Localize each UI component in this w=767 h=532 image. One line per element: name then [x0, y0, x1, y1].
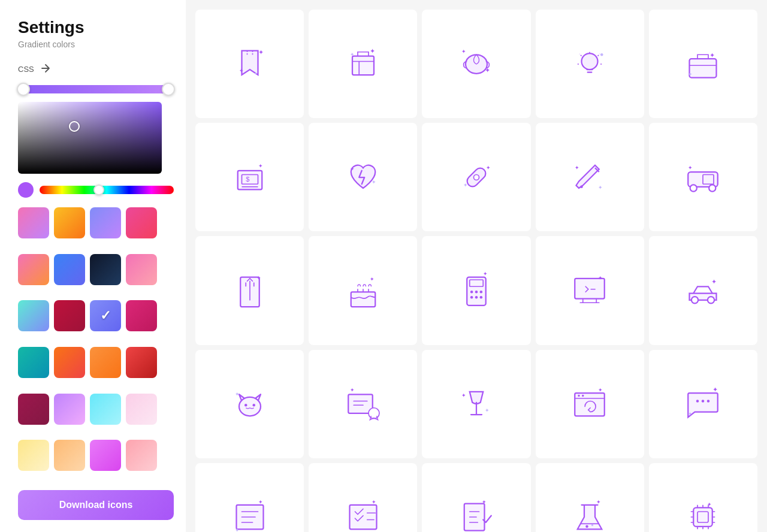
icon-cell-flask-ai[interactable]: ✦ [536, 463, 644, 532]
svg-text:✦: ✦ [598, 387, 603, 393]
icon-cell-cash-register-ai[interactable]: $ ✦ [195, 123, 304, 231]
swatch-s9[interactable] [18, 300, 49, 331]
color-picker-cursor [69, 121, 80, 132]
swatch-s12[interactable] [126, 300, 157, 331]
gradient-thumb-right[interactable] [162, 83, 175, 96]
icon-svg-certificate-ai: ✦ [339, 380, 387, 428]
svg-point-61 [582, 395, 584, 397]
svg-text:✦: ✦ [689, 411, 693, 417]
icon-svg-browser-refresh-ai: ✦ [566, 380, 614, 428]
icon-cell-briefcase-ai[interactable]: ✦ ✦ [649, 10, 757, 118]
icon-cell-idea-ai[interactable] [536, 10, 644, 118]
svg-point-43 [480, 296, 483, 299]
svg-point-60 [578, 395, 580, 397]
icon-cell-browser-refresh-ai[interactable]: ✦ [536, 350, 644, 458]
icon-cell-list-ai[interactable]: ✦ ✦ [195, 463, 304, 532]
svg-text:✦: ✦ [483, 271, 488, 277]
css-label[interactable]: CSS [18, 65, 34, 74]
swatch-s19[interactable] [90, 394, 121, 425]
hue-color-dot[interactable] [18, 182, 34, 198]
swatch-s6[interactable] [54, 254, 85, 285]
swatch-s1[interactable] [18, 207, 49, 238]
swatch-s18[interactable] [54, 394, 85, 425]
subtitle: Gradient colors [18, 40, 174, 49]
swatch-s13[interactable] [18, 347, 49, 378]
svg-text:✦: ✦ [598, 275, 603, 281]
icon-cell-cat-ai[interactable]: ✦ [195, 350, 304, 458]
swatch-s15[interactable] [90, 347, 121, 378]
svg-text:✦: ✦ [239, 67, 244, 73]
svg-text:✦: ✦ [235, 391, 240, 397]
icon-cell-chat-ai[interactable]: ✦ ✦ [649, 350, 757, 458]
swatch-s10[interactable] [54, 300, 85, 331]
svg-text:✦: ✦ [371, 499, 376, 505]
hue-track[interactable] [40, 186, 174, 194]
gradient-track [18, 85, 174, 93]
icon-svg-elevator-ai: ✦ [226, 267, 274, 315]
icon-cell-computer-ai[interactable]: ✦ [536, 236, 644, 344]
icon-cell-chip-ai[interactable]: ✦ [649, 463, 757, 532]
icon-svg-brain-ai: ✦ ✦ [452, 40, 500, 88]
icon-cell-broken-heart-ai[interactable]: ✦ ✦ [309, 123, 417, 231]
icon-cell-car-ai[interactable]: ✦ [649, 236, 757, 344]
icon-cell-pencil-ai[interactable]: ✦ ✦ [536, 123, 644, 231]
swatch-s8[interactable] [126, 254, 157, 285]
svg-point-55 [369, 408, 379, 419]
swatch-s2[interactable] [54, 207, 85, 238]
swatch-s22[interactable] [54, 440, 85, 471]
svg-text:✦: ✦ [349, 51, 354, 57]
icon-cell-certificate-ai[interactable]: ✦ [309, 350, 417, 458]
sidebar: Settings Gradient colors CSS Download ic… [0, 0, 186, 532]
svg-text:✦: ✦ [711, 278, 717, 285]
icon-cell-elevator-ai[interactable]: ✦ [195, 236, 304, 344]
icon-svg-birthday-cake-ai: ✦ [339, 267, 387, 315]
gradient-slider[interactable] [18, 84, 174, 95]
icon-cell-task-ai[interactable]: ✦ [422, 463, 530, 532]
svg-point-29 [690, 185, 697, 191]
icon-svg-package-ai: ✦ ✦ [339, 40, 387, 88]
icon-cell-package-ai[interactable]: ✦ ✦ [309, 10, 417, 118]
swatch-s3[interactable] [90, 207, 121, 238]
svg-rect-78 [694, 508, 713, 527]
svg-text:✦: ✦ [371, 179, 376, 185]
swatch-s7[interactable] [90, 254, 121, 285]
color-picker-area[interactable] [18, 102, 162, 174]
svg-text:✦: ✦ [258, 163, 262, 169]
icon-cell-camper-ai[interactable]: ✦ [649, 123, 757, 231]
icon-cell-wine-glass-ai[interactable]: ✦ ✦ [422, 350, 530, 458]
swatch-s11[interactable] [90, 300, 121, 331]
svg-point-38 [470, 291, 473, 294]
icons-panel: ✦ ✦ ✦ ✦ ✦ ✦ ✦ ✦ ✦ $ ✦ ✦ ✦ ✦ [186, 0, 767, 532]
icon-svg-bandaid-ai: ✦ ✦ [452, 153, 500, 201]
icon-cell-bandaid-ai[interactable]: ✦ ✦ [422, 123, 530, 231]
swatch-s16[interactable] [126, 347, 157, 378]
gradient-thumb-left[interactable] [17, 83, 30, 96]
svg-rect-3 [352, 56, 374, 75]
swatch-s17[interactable] [18, 394, 49, 425]
svg-text:✦: ✦ [575, 164, 579, 170]
swatch-s5[interactable] [18, 254, 49, 285]
hue-thumb[interactable] [93, 185, 104, 195]
icon-cell-birthday-cake-ai[interactable]: ✦ [309, 236, 417, 344]
download-button[interactable]: Download icons [18, 490, 174, 520]
svg-point-40 [480, 291, 483, 294]
icon-svg-cash-register-ai: $ ✦ [226, 153, 274, 201]
swatch-s14[interactable] [54, 347, 85, 378]
swatch-s21[interactable] [18, 440, 49, 471]
svg-point-10 [600, 53, 603, 56]
icon-svg-list-ai: ✦ ✦ [226, 493, 274, 532]
page-title: Settings [18, 18, 174, 37]
icon-cell-calculator-ai[interactable]: ✦ [422, 236, 530, 344]
svg-text:✦: ✦ [482, 499, 487, 505]
icon-cell-brain-ai[interactable]: ✦ ✦ [422, 10, 530, 118]
swatch-s23[interactable] [90, 440, 121, 471]
icon-svg-pencil-ai: ✦ ✦ [566, 153, 614, 201]
swatch-s20[interactable] [126, 394, 157, 425]
icon-cell-checklist-ai[interactable]: ✦ [309, 463, 417, 532]
icon-cell-bookmark-ai[interactable]: ✦ ✦ ✦ [195, 10, 304, 118]
svg-text:✦: ✦ [256, 275, 261, 281]
export-icon[interactable] [39, 62, 52, 75]
icon-svg-flask-ai: ✦ [566, 493, 614, 532]
swatch-s24[interactable] [126, 440, 157, 471]
swatch-s4[interactable] [126, 207, 157, 238]
